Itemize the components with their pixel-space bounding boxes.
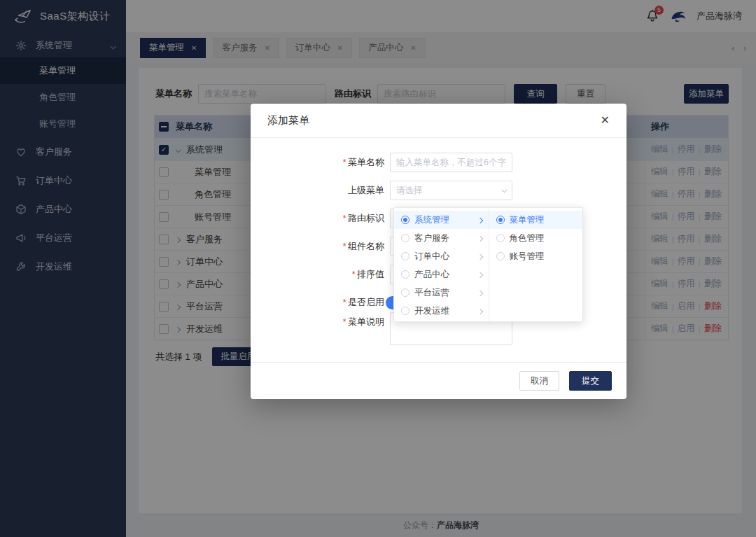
radio-icon bbox=[496, 234, 505, 242]
option-label: 菜单管理 bbox=[510, 214, 545, 226]
chevron-right-icon bbox=[478, 251, 482, 261]
radio-icon bbox=[401, 307, 410, 315]
close-icon[interactable]: ✕ bbox=[601, 115, 610, 126]
chevron-down-icon bbox=[501, 187, 507, 193]
field-label: *排序值 bbox=[251, 265, 390, 284]
option-label: 产品中心 bbox=[414, 269, 449, 281]
cascader-option[interactable]: 账号管理 bbox=[489, 247, 583, 265]
cascader-option[interactable]: 订单中心 bbox=[394, 247, 489, 265]
radio-icon bbox=[401, 234, 410, 242]
option-label: 订单中心 bbox=[414, 251, 449, 263]
radio-icon bbox=[496, 216, 505, 224]
field-label: 上级菜单 bbox=[251, 181, 390, 200]
chevron-right-icon bbox=[478, 288, 482, 298]
cascader-dropdown: 系统管理客户服务订单中心产品中心平台运营开发运维 菜单管理角色管理账号管理 bbox=[393, 207, 583, 322]
field-label: *菜单名称 bbox=[251, 153, 390, 172]
chevron-right-icon bbox=[478, 215, 482, 225]
radio-icon bbox=[401, 252, 410, 260]
cascader-option[interactable]: 客户服务 bbox=[394, 229, 489, 247]
cascader-option[interactable]: 开发运维 bbox=[394, 302, 489, 320]
required-asterisk: * bbox=[342, 157, 346, 167]
chevron-right-icon bbox=[478, 270, 482, 279]
field-label: *路由标识 bbox=[251, 209, 390, 228]
option-label: 账号管理 bbox=[510, 251, 545, 263]
form-row-0: *菜单名称 bbox=[251, 153, 626, 172]
required-asterisk: * bbox=[342, 297, 346, 307]
select-placeholder: 请选择 bbox=[396, 185, 423, 197]
modal-header: 添加菜单 ✕ bbox=[251, 104, 626, 138]
required-asterisk: * bbox=[342, 316, 346, 327]
field-label: *组件名称 bbox=[251, 237, 390, 256]
option-label: 开发运维 bbox=[414, 305, 449, 317]
modal-title: 添加菜单 bbox=[267, 114, 309, 127]
app-root: SaaS架构设计 系统管理菜单管理角色管理账号管理客户服务订单中心产品中心平台运… bbox=[0, 0, 756, 537]
option-label: 角色管理 bbox=[510, 232, 545, 244]
cascader-option[interactable]: 系统管理 bbox=[394, 211, 489, 229]
option-label: 系统管理 bbox=[414, 214, 449, 226]
field-label: *是否启用 bbox=[251, 293, 390, 312]
cascader-level2: 菜单管理角色管理账号管理 bbox=[489, 208, 583, 321]
radio-icon bbox=[401, 270, 410, 279]
field-label: *菜单说明 bbox=[251, 312, 390, 332]
radio-icon bbox=[401, 288, 410, 297]
cancel-button[interactable]: 取消 bbox=[519, 371, 559, 391]
required-asterisk: * bbox=[351, 269, 355, 279]
modal-footer: 取消 提交 bbox=[251, 362, 626, 399]
field-input-0[interactable] bbox=[390, 153, 512, 172]
cascader-level1: 系统管理客户服务订单中心产品中心平台运营开发运维 bbox=[394, 208, 489, 321]
chevron-right-icon bbox=[478, 306, 482, 316]
cascader-option[interactable]: 平台运营 bbox=[394, 284, 489, 302]
required-asterisk: * bbox=[342, 241, 346, 251]
required-asterisk: * bbox=[342, 213, 346, 223]
cascader-option[interactable]: 菜单管理 bbox=[489, 211, 583, 229]
cascader-option[interactable]: 角色管理 bbox=[489, 229, 583, 247]
radio-icon bbox=[496, 252, 505, 260]
chevron-right-icon bbox=[478, 233, 482, 243]
form-row-1: 上级菜单请选择 bbox=[251, 181, 626, 200]
option-label: 客户服务 bbox=[414, 232, 449, 244]
option-label: 平台运营 bbox=[414, 287, 449, 299]
parent-menu-select[interactable]: 请选择 bbox=[390, 181, 512, 200]
cascader-option[interactable]: 产品中心 bbox=[394, 265, 489, 284]
radio-icon bbox=[401, 216, 410, 224]
submit-button[interactable]: 提交 bbox=[569, 371, 612, 391]
